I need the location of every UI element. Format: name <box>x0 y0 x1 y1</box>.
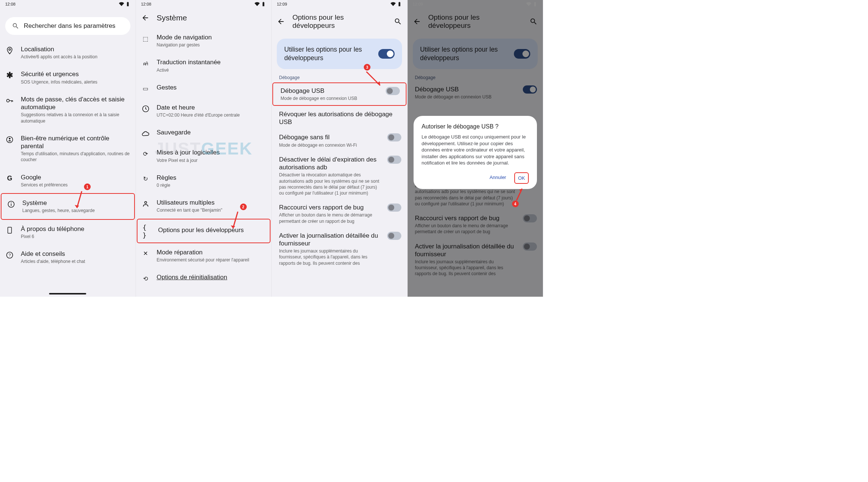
item-translate[interactable]: 🗚Traduction instantanéeActivé <box>136 53 272 78</box>
item-title: Date et heure <box>157 104 266 111</box>
update-icon: ⟳ <box>141 149 150 158</box>
wifi-icon <box>119 1 124 7</box>
item-title: Débogage sans fil <box>279 133 382 141</box>
clock-icon <box>141 104 150 113</box>
back-button[interactable] <box>141 14 149 22</box>
battery-icon <box>397 1 402 7</box>
screen-settings: 12:08 Rechercher dans les paramètres Loc… <box>0 0 136 297</box>
wifi-icon <box>255 1 260 7</box>
switch[interactable] <box>387 203 401 212</box>
usb-debug-dialog: Autoriser le débogage USB ? Le débogage … <box>414 116 537 189</box>
dev-toggle-card[interactable]: Utiliser les options pour les développeu… <box>277 39 402 69</box>
item-title: Révoquer les autorisations de débogage U… <box>279 110 401 126</box>
item-title: Sauvegarde <box>157 128 266 136</box>
switch[interactable] <box>387 232 401 240</box>
item-updates[interactable]: ⟳Mises à jour logiciellesVotre Pixel est… <box>136 143 272 168</box>
item-reset[interactable]: ⟲Options de réinitialisation <box>136 268 272 288</box>
key-icon <box>5 96 14 105</box>
braces-icon: { } <box>143 227 152 236</box>
cloud-icon <box>141 129 150 138</box>
arrow-4 <box>511 186 526 202</box>
item-sub: Mode de débogage en connexion USB <box>281 95 380 101</box>
back-button[interactable] <box>277 17 285 26</box>
svg-point-10 <box>145 202 147 204</box>
screen-dev-options: 12:09 Options pour les développeurs Util… <box>272 0 408 297</box>
switch[interactable] <box>387 133 401 141</box>
item-title: Mots de passe, clés d'accès et saisie au… <box>21 95 130 111</box>
item-title: Utilisateurs multiples <box>157 199 266 206</box>
switch[interactable] <box>387 156 401 164</box>
arrow-2 <box>229 210 243 232</box>
item-backup[interactable]: Sauvegarde <box>136 123 272 143</box>
item-title: Sécurité et urgences <box>21 70 130 78</box>
section-label: Débogage <box>272 73 407 82</box>
ok-button[interactable]: OK <box>514 172 529 184</box>
item-title: Activer la journalisation détaillée du f… <box>279 232 382 248</box>
item-vendor-logging[interactable]: Activer la journalisation détaillée du f… <box>272 228 407 270</box>
item-sub: Suggestions relatives à la connexion et … <box>21 112 130 124</box>
screen-system: 12:08 Système ⬚Mode de navigationNavigat… <box>136 0 272 297</box>
item-sub: Articles d'aide, téléphone et chat <box>21 258 130 264</box>
item-title: Bien-être numérique et contrôle parental <box>21 134 130 150</box>
rules-icon: ↻ <box>141 175 150 183</box>
dialog-body: Le débogage USB est conçu uniquement pou… <box>422 134 529 166</box>
item-nav-mode[interactable]: ⬚Mode de navigationNavigation par gestes <box>136 28 272 53</box>
item-title: Règles <box>157 174 266 182</box>
translate-icon: 🗚 <box>141 59 150 68</box>
item-bugreport[interactable]: Raccourci vers rapport de bugAfficher un… <box>272 200 407 228</box>
arrow-1 <box>72 189 87 212</box>
item-sub: Connecté en tant que "Benjamin" <box>157 207 266 213</box>
item-dev-options[interactable]: { }Options pour les développeurs <box>137 219 271 243</box>
item-adb-timeout[interactable]: Désactiver le délai d'expiration des aut… <box>272 152 407 200</box>
item-wireless-debug[interactable]: Débogage sans filMode de débogage en con… <box>272 130 407 152</box>
status-time: 12:08 <box>141 2 152 6</box>
item-title: Traduction instantanée <box>157 58 266 66</box>
item-repair[interactable]: ✕Mode réparationEnvironnement sécurisé p… <box>136 243 272 268</box>
item-title: Options de réinitialisation <box>157 273 266 281</box>
item-gestures[interactable]: ▭Gestes <box>136 78 272 98</box>
step-badge-3: 3 <box>364 64 370 71</box>
status-icons <box>391 1 402 7</box>
item-system[interactable]: SystèmeLangues, gestes, heure, sauvegard… <box>1 193 135 219</box>
step-badge-2: 2 <box>240 203 247 210</box>
wellbeing-icon <box>5 135 14 144</box>
svg-text:?: ? <box>9 253 11 257</box>
item-security[interactable]: ✱Sécurité et urgencesSOS Urgence, infos … <box>0 65 136 90</box>
item-help[interactable]: ?Aide et conseilsArticles d'aide, téléph… <box>0 245 136 270</box>
location-icon <box>5 46 14 55</box>
reset-icon: ⟲ <box>141 274 150 283</box>
asterisk-icon: ✱ <box>5 71 14 80</box>
svg-point-2 <box>7 137 13 143</box>
item-sub: 0 règle <box>157 182 266 188</box>
item-multiusers[interactable]: Utilisateurs multiplesConnecté en tant q… <box>136 193 272 218</box>
item-localisation[interactable]: LocalisationActivée/6 applis ont accès à… <box>0 40 136 65</box>
repair-icon: ✕ <box>141 249 150 258</box>
settings-list: LocalisationActivée/6 applis ont accès à… <box>0 40 136 273</box>
item-usb-debug[interactable]: Débogage USBMode de débogage en connexio… <box>272 82 407 106</box>
item-google[interactable]: GGoogleServices et préférences <box>0 168 136 193</box>
page-title: Système <box>157 13 266 22</box>
dev-toggle-label: Utiliser les options pour les développeu… <box>284 45 373 62</box>
dev-toggle-switch[interactable] <box>378 49 395 59</box>
item-sub: Environnement sécurisé pour réparer l'ap… <box>157 257 266 263</box>
item-rules[interactable]: ↻Règles0 règle <box>136 169 272 193</box>
item-title: Mode réparation <box>157 248 266 256</box>
status-time: 12:09 <box>277 2 287 6</box>
item-passwords[interactable]: Mots de passe, clés d'accès et saisie au… <box>0 90 136 129</box>
item-sub: Navigation par gestes <box>157 42 266 48</box>
item-about[interactable]: À propos du téléphonePixel 6 <box>0 220 136 245</box>
item-title: Options pour les développeurs <box>158 226 265 234</box>
status-icons <box>255 1 266 7</box>
search-button[interactable] <box>394 17 402 26</box>
item-revoke-adb[interactable]: Révoquer les autorisations de débogage U… <box>272 107 407 130</box>
item-sub: UTC+02:00 Heure d'été d'Europe centrale <box>157 112 266 118</box>
page-title: Options pour les développeurs <box>292 13 386 30</box>
search-bar[interactable]: Rechercher dans les paramètres <box>5 17 130 35</box>
dialog-actions: Annuler OK <box>422 172 529 184</box>
nav-pill <box>49 293 86 294</box>
item-wellbeing[interactable]: Bien-être numérique et contrôle parental… <box>0 129 136 168</box>
item-datetime[interactable]: Date et heureUTC+02:00 Heure d'été d'Eur… <box>136 98 272 123</box>
search-text: Rechercher dans les paramètres <box>24 22 116 30</box>
switch[interactable] <box>386 87 400 95</box>
cancel-button[interactable]: Annuler <box>486 172 509 184</box>
